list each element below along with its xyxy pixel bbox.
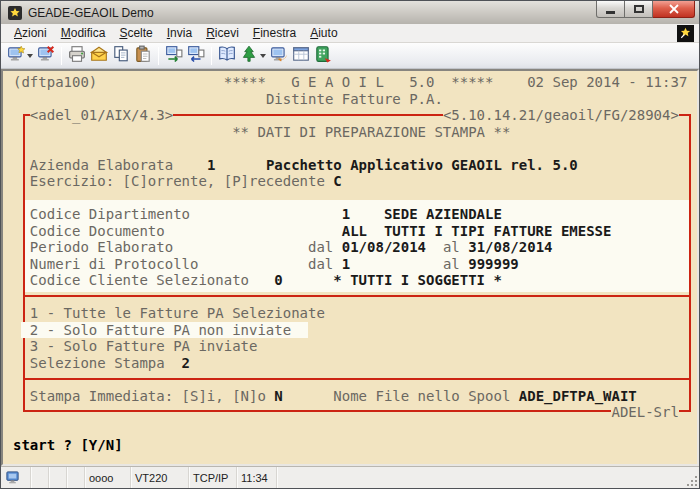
menu-bar: AzioniModificaScelteInviaRiceviFinestraA… [1, 24, 699, 43]
terminal-row: Codice Dipartimento 1 SEDE AZIENDALE [3, 206, 697, 223]
menu-modifica[interactable]: Modifica [54, 25, 113, 41]
menu-finestra[interactable]: Finestra [246, 25, 303, 41]
status-cell-empty [31, 467, 49, 488]
terminal-text: al [443, 256, 460, 272]
terminal-text: 2 - Solo Fatture PA non inviate [21, 322, 308, 338]
session-icon [270, 45, 288, 67]
window-title: GEADE-GEAOIL Demo [28, 6, 154, 20]
minimize-button[interactable] [596, 1, 625, 18]
network-tree-button[interactable] [238, 45, 268, 67]
menu-bar-status-icon [677, 25, 694, 42]
copy-button[interactable] [110, 45, 132, 67]
terminal-text: <adel_01/AIX/4.3> [30, 107, 173, 123]
terminal-row: 1 - Tutte le Fatture PA Selezionate [3, 305, 697, 322]
terminal-text: ALL [342, 223, 367, 239]
file-receive-button[interactable] [185, 45, 207, 67]
status-bar: ooooVT220TCP/IP11:34 [1, 466, 699, 488]
terminal-text: Selezione Stampa [30, 355, 165, 371]
menu-azioni[interactable]: Azioni [7, 25, 54, 41]
terminal-text: N [274, 388, 282, 404]
chevron-down-icon[interactable] [27, 54, 33, 58]
file-receive-icon [187, 45, 205, 67]
terminal-row [3, 289, 697, 306]
maximize-button[interactable] [625, 1, 653, 18]
terminal-text: Codice Cliente Selezionato [30, 272, 249, 288]
paste-button[interactable] [132, 45, 154, 67]
terminal-text: TUTTI I TIPI FATTURE EMESSE [384, 223, 612, 239]
terminal-row: start ? [Y/N] [3, 437, 697, 454]
print-button[interactable] [66, 45, 88, 67]
close-button[interactable] [653, 1, 695, 18]
status-cell-empty [67, 467, 85, 488]
terminal-text: ADEL-Srl [611, 404, 678, 420]
connect-button[interactable] [5, 45, 35, 67]
terminal-text: Nome File nello Spool [333, 388, 510, 404]
terminal-row: Stampa Immediata: [S]i, [N]o N Nome File… [3, 388, 697, 405]
session-button[interactable] [268, 45, 290, 67]
terminal-text: (dftpa100) [13, 74, 97, 90]
menu-ricevi[interactable]: Ricevi [199, 25, 246, 41]
terminal-screen[interactable]: (dftpa100) ***** G E A O I L 5.0 ***** 0… [3, 71, 697, 464]
terminal-row: Selezione Stampa 2 [3, 355, 697, 372]
terminal-row: (dftpa100) ***** G E A O I L 5.0 ***** 0… [3, 74, 697, 91]
terminal-row: Codice Documento ALL TUTTI I TIPI FATTUR… [3, 223, 697, 240]
terminal-rows: (dftpa100) ***** G E A O I L 5.0 ***** 0… [3, 74, 697, 454]
terminal-text: 02 Sep 2014 - 11:37 [527, 74, 687, 90]
network-tree-icon [240, 45, 258, 67]
chevron-down-icon[interactable] [260, 54, 266, 58]
toolbar-separator [211, 47, 212, 65]
terminal-row: 3 - Solo Fatture PA inviate [3, 338, 697, 355]
terminal-text: al [443, 239, 460, 255]
terminal-text: C [333, 173, 341, 189]
terminal-text: Codice Dipartimento [30, 206, 190, 222]
terminal-row: Azienda Elaborata 1 Pacchetto Applicativ… [3, 157, 697, 174]
terminal-text: 2 [182, 355, 190, 371]
terminal-text: Esercizio: [C]orrente, [P]recedente [30, 173, 325, 189]
connect-icon [7, 45, 25, 67]
address-book-icon [218, 45, 236, 67]
terminal-text: dal [308, 239, 333, 255]
terminal-text: <5.10.14.21/geaoil/FG/28904> [443, 107, 679, 123]
menu-aiuto[interactable]: Aiuto [303, 25, 344, 41]
address-book-button[interactable] [216, 45, 238, 67]
terminal-text: Pacchetto Applicativo GEAOIL rel. 5.0 [266, 157, 578, 173]
app-icon [7, 5, 23, 21]
resize-grip[interactable] [686, 475, 698, 487]
terminal-row: ADEL-Srl [3, 404, 697, 421]
terminal-text: 1 [342, 206, 350, 222]
terminal-text: 1 [342, 256, 350, 272]
menu-scelte[interactable]: Scelte [112, 25, 159, 41]
copy-icon [112, 45, 130, 67]
properties-button[interactable] [290, 45, 312, 67]
terminal-text: ** DATI DI PREPARAZIONE STAMPA ** [232, 124, 510, 140]
disconnect-icon [37, 45, 55, 67]
file-send-button[interactable] [163, 45, 185, 67]
terminal-row [3, 421, 697, 438]
menu-invia[interactable]: Invia [160, 25, 199, 41]
terminal-row: <adel_01/AIX/4.3> <5.10.14.21/geaoil/FG/… [3, 107, 697, 124]
terminal-text: ***** G E A O I L 5.0 ***** [224, 74, 494, 90]
title-bar[interactable]: GEADE-GEAOIL Demo [1, 1, 699, 24]
terminal-text: start ? [Y/N] [13, 437, 123, 453]
terminal-text: 1 - Tutte le Fatture PA Selezionate [30, 305, 325, 321]
terminal-text: SEDE AZIENDALE [384, 206, 502, 222]
terminal-row [3, 190, 697, 207]
terminal-row: Codice Cliente Selezionato 0 * TUTTI I S… [3, 272, 697, 289]
terminal-status-icon [1, 467, 31, 488]
terminal-text: 1 [207, 157, 215, 173]
file-send-icon [165, 45, 183, 67]
terminal-text: Stampa Immediata: [S]i, [N]o [30, 388, 266, 404]
terminal-text: ADE_DFTPA_WAIT [519, 388, 637, 404]
print-icon [68, 45, 86, 67]
app-window: GEADE-GEAOIL Demo AzioniModificaScelteIn… [0, 0, 700, 489]
send-mail-button[interactable] [88, 45, 110, 67]
paste-icon [134, 45, 152, 67]
terminal-text: 3 - Solo Fatture PA inviate [30, 338, 258, 354]
terminal-row: Numeri di Protocollo dal 1 al 999999 [3, 256, 697, 273]
terminal-row: Periodo Elaborato dal 01/08/2014 al 31/0… [3, 239, 697, 256]
status-cell-11-34: 11:34 [237, 467, 277, 488]
terminal-text: Azienda Elaborata [30, 157, 173, 173]
disconnect-button[interactable] [35, 45, 57, 67]
keypad-button[interactable] [312, 45, 334, 67]
terminal-text: 01/08/2014 [342, 239, 426, 255]
